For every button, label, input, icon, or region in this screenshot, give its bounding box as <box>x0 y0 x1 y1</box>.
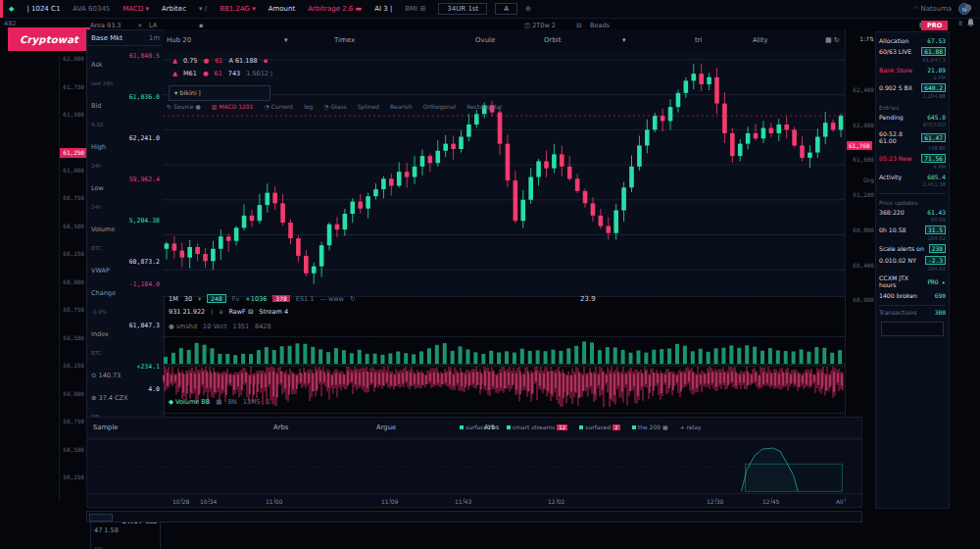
sidebar-row[interactable]: 60-52.8 61.0061.47 <box>879 130 946 144</box>
ladder-price[interactable]: 61,500 <box>60 111 86 139</box>
top-menu-item[interactable]: AI 3 | <box>374 5 392 13</box>
chart-tool[interactable]: ↻ Source ● <box>167 103 201 110</box>
candle-body[interactable] <box>343 214 348 229</box>
sidebar-row[interactable]: 60/63 LIVE61.88 <box>879 47 946 56</box>
candle-body[interactable] <box>653 116 658 129</box>
candle-body[interactable] <box>528 177 533 200</box>
bottom-legend-chip[interactable]: + relay <box>680 424 702 430</box>
candle-body[interactable] <box>629 167 634 187</box>
sidebar-row[interactable]: 1400 broken690 <box>879 292 946 299</box>
candle-body[interactable] <box>211 249 216 261</box>
candle-body[interactable] <box>312 267 317 274</box>
candle-body[interactable] <box>514 180 518 221</box>
plus-icon[interactable]: ⊕ <box>525 5 531 13</box>
scale-ratio-label[interactable]: 1:7⇅ <box>859 35 874 42</box>
candle-body[interactable] <box>219 236 223 249</box>
ladder-price[interactable]: 60,000 <box>60 278 86 307</box>
chart-header-item[interactable]: ▦ ↻ <box>825 36 840 44</box>
candle-body[interactable] <box>234 227 239 240</box>
candle-body[interactable] <box>714 77 719 104</box>
candle-body[interactable] <box>242 216 247 228</box>
candle-body[interactable] <box>560 154 564 167</box>
sidebar-row[interactable]: Activity605.4 <box>879 174 946 180</box>
candle-body[interactable] <box>506 144 511 181</box>
candle-body[interactable] <box>466 125 471 137</box>
candle-body[interactable] <box>179 251 184 258</box>
candle-body[interactable] <box>265 193 270 206</box>
candle-body[interactable] <box>839 116 844 129</box>
sidebar-row[interactable]: 05:23 New71.56 <box>879 154 946 163</box>
chart-header-item[interactable]: ▾ <box>284 36 288 44</box>
candle-body[interactable] <box>373 189 378 196</box>
top-menu-item[interactable]: Amount <box>269 5 296 13</box>
candle-body[interactable] <box>591 203 596 216</box>
candle-body[interactable] <box>250 216 255 221</box>
chart-tool[interactable]: Rectangular <box>466 103 502 110</box>
candle-body[interactable] <box>327 225 332 245</box>
market-stat-row[interactable]: IndexBTC61,047.3 <box>91 322 160 359</box>
chart-header-item[interactable]: tri <box>695 36 703 44</box>
top-menu-box[interactable]: A <box>495 3 517 15</box>
top-menu-item[interactable]: ▾ / <box>199 5 207 13</box>
app-logo[interactable]: Cryptowat <box>8 27 90 51</box>
market-stat-row[interactable]: High24h62,241.0 <box>91 134 160 172</box>
candle-body[interactable] <box>520 200 525 221</box>
scrollbar-thumb[interactable] <box>89 514 113 522</box>
candle-body[interactable] <box>405 172 410 176</box>
candle-body[interactable] <box>684 80 689 93</box>
ladder-price[interactable]: 61,250 <box>60 148 86 158</box>
candle-body[interactable] <box>769 128 774 133</box>
chart-tool[interactable]: Orthogonal <box>422 103 456 110</box>
candle-body[interactable] <box>381 178 386 189</box>
ladder-price[interactable]: 60,500 <box>60 223 86 251</box>
candle-body[interactable] <box>668 107 673 121</box>
candle-body[interactable] <box>621 187 626 210</box>
candle-body[interactable] <box>165 243 170 248</box>
market-stat-row[interactable]: Asklast 24h61,040.5 <box>91 52 160 89</box>
candle-body[interactable] <box>319 245 324 266</box>
gear-icon[interactable]: ⚙ <box>964 3 972 13</box>
ladder-price[interactable]: 59,750 <box>60 306 86 334</box>
bell-icon[interactable] <box>967 19 974 29</box>
candle-body[interactable] <box>350 202 355 215</box>
ladder-price[interactable]: 61,000 <box>60 167 86 195</box>
ladder-price[interactable]: 59,500 <box>60 334 86 363</box>
candle-body[interactable] <box>420 156 425 167</box>
indicator-dropdown[interactable]: ▾ bikini | <box>169 85 270 101</box>
candle-body[interactable] <box>808 153 812 158</box>
candle-body[interactable] <box>187 247 192 258</box>
sidebar-row[interactable]: 0.010.02 NY-2.3 <box>879 256 946 265</box>
ladder-price[interactable]: 59,250 <box>60 362 86 390</box>
candle-body[interactable] <box>428 156 433 163</box>
candle-body[interactable] <box>800 145 805 158</box>
market-stat-row[interactable]: VWAP60,873.2 <box>91 258 160 276</box>
candle-body[interactable] <box>645 129 650 145</box>
sidebar-row[interactable]: 0h 10.5831.5 <box>879 225 946 234</box>
market-panel-timeframe[interactable]: 1m <box>149 34 160 42</box>
candle-body[interactable] <box>661 116 665 121</box>
market-stat-row[interactable]: Change-1.9%-1,184.0 <box>91 280 160 318</box>
candle-body[interactable] <box>536 162 541 177</box>
chart-tool[interactable]: ◔ Glass <box>323 103 346 110</box>
candle-body[interactable] <box>776 125 781 133</box>
chart-header-item[interactable]: Ovule <box>475 36 495 44</box>
candle-body[interactable] <box>203 254 208 261</box>
chart-tool[interactable]: ◔ Current <box>264 103 293 110</box>
candle-body[interactable] <box>544 162 549 169</box>
sidebar-row[interactable]: 368:22061.43 <box>879 209 946 216</box>
candle-body[interactable] <box>451 144 456 149</box>
candle-body[interactable] <box>599 216 604 226</box>
candle-body[interactable] <box>699 74 704 84</box>
candle-body[interactable] <box>304 256 309 274</box>
sidebar-row[interactable]: Bank Store21.89 <box>879 67 946 74</box>
candle-body[interactable] <box>746 133 751 144</box>
ladder-price[interactable]: 61,750 <box>60 83 86 112</box>
chart-tool[interactable]: Splined <box>358 103 379 110</box>
candle-body[interactable] <box>443 144 448 151</box>
bottom-tab[interactable]: Sample <box>93 424 119 431</box>
candle-body[interactable] <box>296 238 301 256</box>
candle-body[interactable] <box>754 133 759 138</box>
candle-body[interactable] <box>583 191 588 204</box>
candle-body[interactable] <box>606 226 611 233</box>
chart-header-item[interactable]: Timex <box>334 36 355 44</box>
